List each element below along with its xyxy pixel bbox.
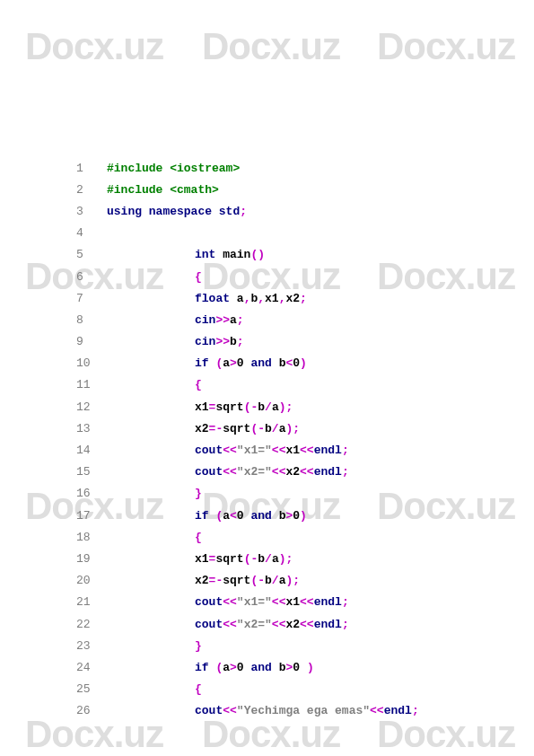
code-line: 6{ xyxy=(76,266,419,287)
line-number: 7 xyxy=(76,292,103,305)
code-token: << xyxy=(300,465,314,479)
code-token: x2 xyxy=(285,618,300,631)
code-token: } xyxy=(195,639,202,653)
code-token: sqrt xyxy=(215,552,243,566)
code-token: and xyxy=(250,356,271,370)
code-token: (- xyxy=(244,552,258,566)
code-line: 15cout<<"x2="<<x2<<endl; xyxy=(76,462,419,483)
code-token: a xyxy=(230,292,244,305)
code-content: using namespace std; xyxy=(103,205,247,218)
code-content: cout<<"Yechimga ega emas"<<endl; xyxy=(103,704,419,717)
code-token: ; xyxy=(342,618,349,631)
line-number: 1 xyxy=(76,162,103,175)
code-content: cin>>b; xyxy=(103,335,244,348)
code-token: > xyxy=(230,356,237,370)
code-token: ; xyxy=(412,704,419,717)
code-token: b xyxy=(258,552,265,566)
code-token: endl xyxy=(314,595,342,609)
code-line: 17if (a<0 and b>0) xyxy=(76,505,419,526)
line-number: 16 xyxy=(76,487,103,500)
code-line: 5int main() xyxy=(76,244,419,266)
code-token: << xyxy=(223,618,237,631)
code-token: 0 xyxy=(237,356,251,370)
code-token: endl xyxy=(314,444,342,457)
code-token: 0 xyxy=(237,509,251,523)
code-token: "x1=" xyxy=(237,444,272,457)
code-content: { xyxy=(103,270,202,284)
line-number: 15 xyxy=(76,465,103,479)
code-token: << xyxy=(300,444,314,457)
code-token: cout xyxy=(195,444,223,457)
code-token: 0 xyxy=(293,356,300,370)
line-number: 9 xyxy=(76,335,103,348)
code-line: 12x1=sqrt(-b/a); xyxy=(76,396,419,418)
code-token: << xyxy=(223,444,237,457)
code-content: cout<<"x1="<<x1<<endl; xyxy=(103,444,349,457)
code-content: x1=sqrt(-b/a); xyxy=(103,400,293,414)
code-token: a xyxy=(272,400,279,414)
code-line: 7float a,b,x1,x2; xyxy=(76,287,419,309)
code-token: 0 xyxy=(293,661,307,674)
code-token: 0 xyxy=(237,661,251,674)
code-token: << xyxy=(272,465,286,479)
code-content: { xyxy=(103,378,202,391)
code-content: if (a<0 and b>0) xyxy=(103,509,307,523)
code-line: 4 xyxy=(76,223,419,244)
code-token: > xyxy=(230,661,237,674)
code-line: 20x2=-sqrt(-b/a); xyxy=(76,570,419,592)
code-token: b xyxy=(272,661,286,674)
code-token: (- xyxy=(250,574,265,587)
line-number: 21 xyxy=(76,595,103,609)
code-content: #include <cmath> xyxy=(103,183,219,197)
code-line: 13x2=-sqrt(-b/a); xyxy=(76,418,419,439)
code-token: a xyxy=(223,509,230,523)
line-number: 3 xyxy=(76,205,103,218)
code-token: ) xyxy=(307,661,314,674)
code-token: x1 xyxy=(285,595,300,609)
code-token: "x2=" xyxy=(237,465,272,479)
code-line: 23} xyxy=(76,635,419,656)
code-token: a xyxy=(230,313,237,327)
line-number: 4 xyxy=(76,226,103,240)
code-line: 18{ xyxy=(76,526,419,548)
code-content: x2=-sqrt(-b/a); xyxy=(103,574,300,587)
line-number: 22 xyxy=(76,618,103,631)
code-token: b xyxy=(230,335,237,348)
code-token: sqrt xyxy=(223,422,250,435)
code-token: b xyxy=(265,574,272,587)
line-number: 12 xyxy=(76,400,103,414)
code-token: { xyxy=(195,531,202,544)
code-token: ); xyxy=(279,552,293,566)
code-line: 16} xyxy=(76,483,419,505)
code-token: "Yechimga ega emas" xyxy=(237,704,370,717)
code-token: =- xyxy=(209,422,223,435)
code-token: x2 xyxy=(285,292,300,305)
code-token: #include <cmath> xyxy=(107,183,219,197)
code-content: x2=-sqrt(-b/a); xyxy=(103,422,300,435)
code-content: if (a>0 and b<0) xyxy=(103,356,307,370)
code-token: << xyxy=(370,704,384,717)
line-number: 17 xyxy=(76,509,103,523)
line-number: 26 xyxy=(76,704,103,717)
code-token: b xyxy=(258,400,265,414)
code-token: cout xyxy=(195,618,223,631)
code-token: x1 xyxy=(265,292,279,305)
line-number: 25 xyxy=(76,682,103,696)
code-token: "x1=" xyxy=(237,595,272,609)
code-token: < xyxy=(230,509,237,523)
code-line: 3using namespace std; xyxy=(76,200,419,222)
code-token: if xyxy=(195,356,209,370)
code-content: } xyxy=(103,639,202,653)
code-token: (- xyxy=(244,400,258,414)
code-content: if (a>0 and b>0 ) xyxy=(103,661,314,674)
code-content: { xyxy=(103,531,202,544)
code-token: ); xyxy=(285,574,300,587)
code-content: cout<<"x2="<<x2<<endl; xyxy=(103,618,349,631)
code-token: << xyxy=(300,595,314,609)
line-number: 24 xyxy=(76,661,103,674)
code-token: and xyxy=(250,661,271,674)
code-line: 25{ xyxy=(76,679,419,700)
code-content: cout<<"x1="<<x1<<endl; xyxy=(103,595,349,609)
code-line: 19x1=sqrt(-b/a); xyxy=(76,548,419,569)
watermark: Docx.uz xyxy=(377,25,515,68)
